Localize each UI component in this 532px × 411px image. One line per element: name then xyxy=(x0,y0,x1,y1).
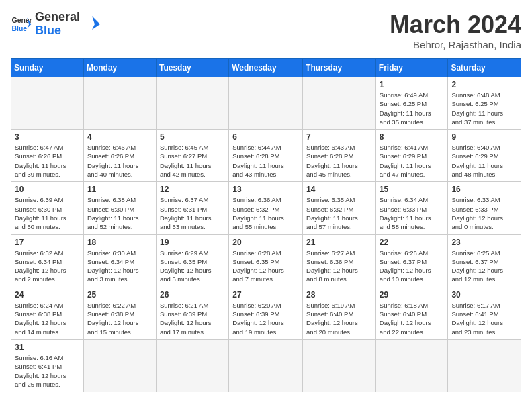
calendar-cell: 23Sunrise: 6:25 AM Sunset: 6:37 PM Dayli… xyxy=(448,234,521,287)
day-number: 28 xyxy=(306,290,372,300)
calendar-cell: 9Sunrise: 6:40 AM Sunset: 6:29 PM Daylig… xyxy=(448,130,521,182)
calendar-cell: 18Sunrise: 6:30 AM Sunset: 6:34 PM Dayli… xyxy=(83,234,156,287)
calendar-cell xyxy=(83,77,156,130)
calendar-cell: 2Sunrise: 6:48 AM Sunset: 6:25 PM Daylig… xyxy=(448,77,521,130)
calendar-cell: 3Sunrise: 6:47 AM Sunset: 6:26 PM Daylig… xyxy=(11,130,84,182)
calendar-cell: 17Sunrise: 6:32 AM Sunset: 6:34 PM Dayli… xyxy=(11,234,84,287)
day-info: Sunrise: 6:21 AM Sunset: 6:39 PM Dayligh… xyxy=(160,301,225,336)
day-number: 15 xyxy=(380,185,445,194)
day-number: 2 xyxy=(451,80,517,89)
day-info: Sunrise: 6:19 AM Sunset: 6:40 PM Dayligh… xyxy=(306,301,372,336)
calendar-week-row: 10Sunrise: 6:39 AM Sunset: 6:30 PM Dayli… xyxy=(11,182,521,234)
calendar-cell xyxy=(303,339,376,392)
col-header-wednesday: Wednesday xyxy=(229,59,303,77)
day-number: 14 xyxy=(306,185,372,194)
day-number: 1 xyxy=(380,80,445,89)
calendar-cell: 15Sunrise: 6:34 AM Sunset: 6:33 PM Dayli… xyxy=(375,182,448,234)
day-number: 3 xyxy=(15,132,80,142)
svg-text:Blue: Blue xyxy=(12,24,28,32)
calendar-table: SundayMondayTuesdayWednesdayThursdayFrid… xyxy=(11,58,521,392)
calendar-cell: 25Sunrise: 6:22 AM Sunset: 6:38 PM Dayli… xyxy=(83,287,156,339)
day-number: 19 xyxy=(160,238,225,247)
svg-marker-3 xyxy=(92,16,100,30)
calendar-cell: 30Sunrise: 6:17 AM Sunset: 6:41 PM Dayli… xyxy=(448,287,521,339)
day-info: Sunrise: 6:26 AM Sunset: 6:37 PM Dayligh… xyxy=(380,248,445,284)
day-info: Sunrise: 6:49 AM Sunset: 6:25 PM Dayligh… xyxy=(380,91,445,126)
header: General Blue General Blue March 2024 Beh… xyxy=(11,11,521,50)
day-info: Sunrise: 6:45 AM Sunset: 6:27 PM Dayligh… xyxy=(160,143,225,179)
day-info: Sunrise: 6:35 AM Sunset: 6:32 PM Dayligh… xyxy=(306,195,372,231)
day-info: Sunrise: 6:20 AM Sunset: 6:39 PM Dayligh… xyxy=(232,301,299,336)
calendar-cell: 10Sunrise: 6:39 AM Sunset: 6:30 PM Dayli… xyxy=(11,182,84,234)
day-number: 20 xyxy=(232,238,299,247)
calendar-cell: 4Sunrise: 6:46 AM Sunset: 6:26 PM Daylig… xyxy=(83,130,156,182)
day-number: 7 xyxy=(306,132,372,142)
calendar-cell: 28Sunrise: 6:19 AM Sunset: 6:40 PM Dayli… xyxy=(303,287,376,339)
col-header-thursday: Thursday xyxy=(303,59,376,77)
logo: General Blue General Blue xyxy=(11,11,101,38)
col-header-monday: Monday xyxy=(83,59,156,77)
calendar-cell: 1Sunrise: 6:49 AM Sunset: 6:25 PM Daylig… xyxy=(375,77,448,130)
day-info: Sunrise: 6:24 AM Sunset: 6:38 PM Dayligh… xyxy=(15,301,80,336)
day-info: Sunrise: 6:37 AM Sunset: 6:31 PM Dayligh… xyxy=(160,195,225,231)
calendar-cell: 22Sunrise: 6:26 AM Sunset: 6:37 PM Dayli… xyxy=(375,234,448,287)
logo-icon: General Blue xyxy=(11,13,32,35)
col-header-sunday: Sunday xyxy=(11,59,84,77)
day-number: 30 xyxy=(451,290,517,300)
day-number: 5 xyxy=(160,132,225,142)
day-number: 6 xyxy=(232,132,299,142)
month-year-title: March 2024 xyxy=(390,11,521,39)
calendar-week-row: 3Sunrise: 6:47 AM Sunset: 6:26 PM Daylig… xyxy=(11,130,521,182)
day-number: 12 xyxy=(160,185,225,194)
calendar-cell: 12Sunrise: 6:37 AM Sunset: 6:31 PM Dayli… xyxy=(156,182,228,234)
calendar-week-row: 1Sunrise: 6:49 AM Sunset: 6:25 PM Daylig… xyxy=(11,77,521,130)
day-info: Sunrise: 6:22 AM Sunset: 6:38 PM Dayligh… xyxy=(87,301,152,336)
calendar-cell: 6Sunrise: 6:44 AM Sunset: 6:28 PM Daylig… xyxy=(229,130,303,182)
day-info: Sunrise: 6:34 AM Sunset: 6:33 PM Dayligh… xyxy=(380,195,445,231)
day-info: Sunrise: 6:27 AM Sunset: 6:36 PM Dayligh… xyxy=(306,248,372,284)
day-number: 4 xyxy=(87,132,152,142)
calendar-cell: 13Sunrise: 6:36 AM Sunset: 6:32 PM Dayli… xyxy=(229,182,303,234)
calendar-cell: 21Sunrise: 6:27 AM Sunset: 6:36 PM Dayli… xyxy=(303,234,376,287)
day-number: 23 xyxy=(451,238,517,247)
day-number: 31 xyxy=(15,342,80,352)
calendar-cell: 20Sunrise: 6:28 AM Sunset: 6:35 PM Dayli… xyxy=(229,234,303,287)
day-info: Sunrise: 6:17 AM Sunset: 6:41 PM Dayligh… xyxy=(451,301,517,336)
day-number: 27 xyxy=(232,290,299,300)
day-number: 24 xyxy=(15,290,80,300)
calendar-cell: 31Sunrise: 6:16 AM Sunset: 6:41 PM Dayli… xyxy=(11,339,84,392)
logo-blue: Blue xyxy=(35,24,80,38)
day-info: Sunrise: 6:25 AM Sunset: 6:37 PM Dayligh… xyxy=(451,248,517,284)
calendar-cell xyxy=(229,339,303,392)
logo-general: General xyxy=(35,10,80,24)
logo-flag-icon xyxy=(83,15,101,34)
calendar-week-row: 31Sunrise: 6:16 AM Sunset: 6:41 PM Dayli… xyxy=(11,339,521,392)
calendar-cell: 26Sunrise: 6:21 AM Sunset: 6:39 PM Dayli… xyxy=(156,287,228,339)
day-info: Sunrise: 6:46 AM Sunset: 6:26 PM Dayligh… xyxy=(87,143,152,179)
calendar-cell: 11Sunrise: 6:38 AM Sunset: 6:30 PM Dayli… xyxy=(83,182,156,234)
day-info: Sunrise: 6:18 AM Sunset: 6:40 PM Dayligh… xyxy=(380,301,445,336)
calendar-cell xyxy=(83,339,156,392)
day-number: 13 xyxy=(232,185,299,194)
col-header-tuesday: Tuesday xyxy=(156,59,228,77)
calendar-header-row: SundayMondayTuesdayWednesdayThursdayFrid… xyxy=(11,59,521,77)
title-area: March 2024 Behror, Rajasthan, India xyxy=(390,11,521,50)
day-number: 21 xyxy=(306,238,372,247)
day-number: 29 xyxy=(380,290,445,300)
day-info: Sunrise: 6:40 AM Sunset: 6:29 PM Dayligh… xyxy=(451,143,517,179)
calendar-cell xyxy=(11,77,84,130)
location-subtitle: Behror, Rajasthan, India xyxy=(390,39,521,50)
day-info: Sunrise: 6:43 AM Sunset: 6:28 PM Dayligh… xyxy=(306,143,372,179)
day-info: Sunrise: 6:29 AM Sunset: 6:35 PM Dayligh… xyxy=(160,248,225,284)
day-info: Sunrise: 6:48 AM Sunset: 6:25 PM Dayligh… xyxy=(451,91,517,126)
day-info: Sunrise: 6:28 AM Sunset: 6:35 PM Dayligh… xyxy=(232,248,299,284)
calendar-cell: 24Sunrise: 6:24 AM Sunset: 6:38 PM Dayli… xyxy=(11,287,84,339)
day-number: 25 xyxy=(87,290,152,300)
day-info: Sunrise: 6:30 AM Sunset: 6:34 PM Dayligh… xyxy=(87,248,152,284)
calendar-cell: 8Sunrise: 6:41 AM Sunset: 6:29 PM Daylig… xyxy=(375,130,448,182)
day-info: Sunrise: 6:47 AM Sunset: 6:26 PM Dayligh… xyxy=(15,143,80,179)
calendar-cell: 14Sunrise: 6:35 AM Sunset: 6:32 PM Dayli… xyxy=(303,182,376,234)
day-number: 10 xyxy=(15,185,80,194)
calendar-week-row: 24Sunrise: 6:24 AM Sunset: 6:38 PM Dayli… xyxy=(11,287,521,339)
day-number: 17 xyxy=(15,238,80,247)
